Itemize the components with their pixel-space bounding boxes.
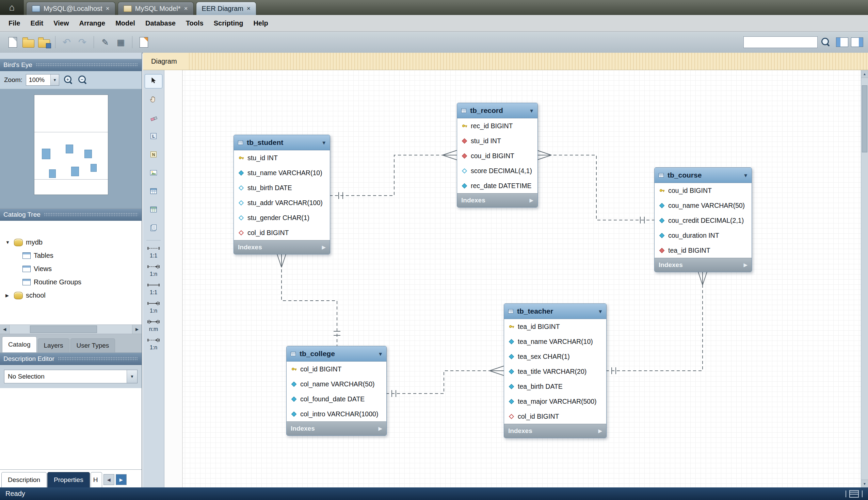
rel-college-student[interactable] bbox=[277, 253, 341, 346]
tree-node-routine-groups[interactable]: Routine Groups bbox=[0, 275, 142, 289]
scroll-right-icon[interactable]: ▶ bbox=[132, 325, 142, 334]
column-row[interactable]: cou_id BIGINT bbox=[457, 148, 537, 163]
column-row[interactable]: col_id BIGINT bbox=[504, 409, 606, 424]
menu-item-view[interactable]: View bbox=[48, 19, 74, 27]
column-row[interactable]: stu_name VARCHAR(10) bbox=[234, 165, 330, 180]
collapse-arrow-icon[interactable]: ▼ bbox=[529, 108, 534, 114]
menu-item-file[interactable]: File bbox=[3, 19, 25, 27]
column-row[interactable]: tea_title VARCHAR(20) bbox=[504, 364, 606, 379]
column-row[interactable]: stu_addr VARCHAR(100) bbox=[234, 195, 330, 210]
rel-1-n-non-identifying-tool[interactable]: 1:n bbox=[145, 264, 162, 277]
indexes-bar[interactable]: Indexes▶ bbox=[287, 421, 386, 435]
column-row[interactable]: col_id BIGINT bbox=[234, 225, 330, 240]
toggle-left-panel-icon[interactable] bbox=[836, 37, 848, 47]
rel-teacher-course[interactable] bbox=[606, 271, 707, 374]
menu-item-database[interactable]: Database bbox=[140, 19, 181, 27]
birds-eye-minimap[interactable] bbox=[0, 89, 142, 208]
edit-button[interactable]: ✎ bbox=[97, 34, 113, 50]
new-page-button[interactable] bbox=[136, 34, 152, 50]
column-row[interactable]: col_found_date DATE bbox=[287, 391, 386, 407]
collapse-arrow-icon[interactable]: ▼ bbox=[321, 140, 326, 146]
redo-button[interactable]: ↷ bbox=[75, 34, 90, 50]
collapse-arrow-icon[interactable]: ▼ bbox=[378, 351, 383, 357]
scrollbar-thumb[interactable] bbox=[862, 86, 867, 152]
eraser-tool[interactable] bbox=[145, 112, 162, 125]
tree-node-mydb[interactable]: ▼ mydb bbox=[0, 236, 142, 249]
entity-header[interactable]: tb_student▼ bbox=[234, 135, 330, 150]
close-icon[interactable]: × bbox=[184, 5, 188, 12]
menu-item-edit[interactable]: Edit bbox=[25, 19, 48, 27]
column-row[interactable]: col_id BIGINT bbox=[287, 362, 386, 376]
window-tab-connection[interactable]: MySQL@Localhost × bbox=[26, 2, 115, 15]
indexes-bar[interactable]: Indexes▶ bbox=[234, 240, 330, 254]
entity-header[interactable]: tb_college▼ bbox=[287, 346, 386, 362]
column-row[interactable]: stu_birth DATE bbox=[234, 180, 330, 195]
indexes-bar[interactable]: Indexes▶ bbox=[655, 258, 752, 272]
column-row[interactable]: tea_major VARCHAR(500) bbox=[504, 394, 606, 409]
indexes-bar[interactable]: Indexes▶ bbox=[504, 424, 606, 438]
tree-node-school[interactable]: ▶ school bbox=[0, 289, 142, 302]
layer-tool[interactable]: L bbox=[145, 130, 162, 144]
column-row[interactable]: stu_id INT bbox=[457, 133, 537, 148]
entity-tb_student[interactable]: tb_student▼stu_id INTstu_name VARCHAR(10… bbox=[234, 135, 330, 254]
expand-arrow-icon[interactable]: ▶ bbox=[378, 425, 382, 432]
tree-node-tables[interactable]: Tables bbox=[0, 249, 142, 262]
expand-arrow-icon[interactable]: ▶ bbox=[598, 428, 602, 434]
save-model-button[interactable] bbox=[36, 34, 52, 50]
menu-item-arrange[interactable]: Arrange bbox=[74, 19, 110, 27]
rel-1-n-self-tool[interactable]: 1:n bbox=[145, 337, 162, 351]
entity-tb_record[interactable]: tb_record▼rec_id BIGINTstu_id INTcou_id … bbox=[457, 103, 538, 207]
column-row[interactable]: stu_gender CHAR(1) bbox=[234, 210, 330, 225]
log-panel-icon[interactable] bbox=[849, 490, 859, 498]
column-row[interactable]: cou_name VARCHAR(50) bbox=[655, 198, 752, 213]
tree-horizontal-scrollbar[interactable]: ◀ ▶ bbox=[0, 325, 142, 334]
tab-user-types[interactable]: User Types bbox=[70, 339, 115, 352]
chevron-down-icon[interactable]: ▼ bbox=[51, 75, 59, 86]
expand-arrow-icon[interactable]: ▶ bbox=[5, 293, 11, 298]
column-row[interactable]: cou_id BIGINT bbox=[655, 183, 752, 198]
collapse-arrow-icon[interactable]: ▼ bbox=[598, 308, 603, 314]
close-icon[interactable]: × bbox=[247, 5, 251, 12]
indexes-bar[interactable]: Indexes▶ bbox=[457, 193, 537, 207]
expand-arrow-icon[interactable]: ▶ bbox=[322, 244, 326, 250]
scroll-left-icon[interactable]: ◀ bbox=[0, 325, 10, 334]
column-row[interactable]: col_intro VARCHAR(1000) bbox=[287, 407, 386, 421]
table-tool[interactable] bbox=[145, 185, 162, 198]
rel-n-m-identifying-tool[interactable]: n:m bbox=[145, 319, 162, 332]
diagram-canvas[interactable]: tb_student▼stu_id INTstu_name VARCHAR(10… bbox=[164, 70, 861, 487]
column-row[interactable]: score DECIMAL(4,1) bbox=[457, 163, 537, 178]
image-tool[interactable] bbox=[145, 167, 162, 180]
column-row[interactable]: stu_id INT bbox=[234, 150, 330, 165]
rel-1-1-non-identifying-tool[interactable]: 1:1 bbox=[145, 245, 162, 259]
collapse-arrow-icon[interactable]: ▼ bbox=[743, 172, 748, 178]
new-document-button[interactable] bbox=[5, 34, 20, 50]
routine-group-tool[interactable] bbox=[145, 222, 162, 235]
collapse-arrow-icon[interactable]: ▼ bbox=[5, 240, 11, 245]
scroll-up-icon[interactable]: ▲ bbox=[861, 70, 868, 78]
chevron-down-icon[interactable]: ▼ bbox=[126, 370, 137, 383]
column-row[interactable]: rec_id BIGINT bbox=[457, 118, 537, 133]
tab-description[interactable]: Description bbox=[1, 472, 47, 487]
tab-properties[interactable]: Properties bbox=[47, 472, 90, 487]
toggle-right-panel-icon[interactable] bbox=[851, 37, 863, 47]
entity-header[interactable]: tb_teacher▼ bbox=[504, 304, 606, 319]
note-tool[interactable]: N bbox=[145, 148, 162, 162]
scrollbar-track[interactable] bbox=[10, 325, 132, 334]
entity-tb_college[interactable]: tb_college▼col_id BIGINTcol_name VARCHAR… bbox=[286, 346, 387, 436]
view-tool[interactable] bbox=[145, 203, 162, 217]
entity-header[interactable]: tb_course▼ bbox=[655, 168, 752, 183]
menu-item-help[interactable]: Help bbox=[248, 19, 273, 27]
entity-tb_course[interactable]: tb_course▼cou_id BIGINTcou_name VARCHAR(… bbox=[654, 167, 752, 272]
hand-tool[interactable] bbox=[145, 93, 162, 107]
tab-catalog[interactable]: Catalog bbox=[2, 337, 37, 352]
column-row[interactable]: tea_sex CHAR(1) bbox=[504, 349, 606, 364]
window-tab-eer-diagram[interactable]: EER Diagram × bbox=[196, 2, 256, 15]
menu-item-scripting[interactable]: Scripting bbox=[209, 19, 248, 27]
expand-arrow-icon[interactable]: ▶ bbox=[743, 262, 747, 268]
scroll-down-icon[interactable]: ▼ bbox=[861, 480, 868, 487]
expand-arrow-icon[interactable]: ▶ bbox=[529, 197, 533, 203]
zoom-out-button[interactable]: − bbox=[77, 75, 88, 86]
column-row[interactable]: rec_date DATETIME bbox=[457, 178, 537, 193]
tab-scroll-left-button[interactable]: ◀ bbox=[103, 474, 114, 485]
undo-button[interactable]: ↶ bbox=[59, 34, 75, 50]
